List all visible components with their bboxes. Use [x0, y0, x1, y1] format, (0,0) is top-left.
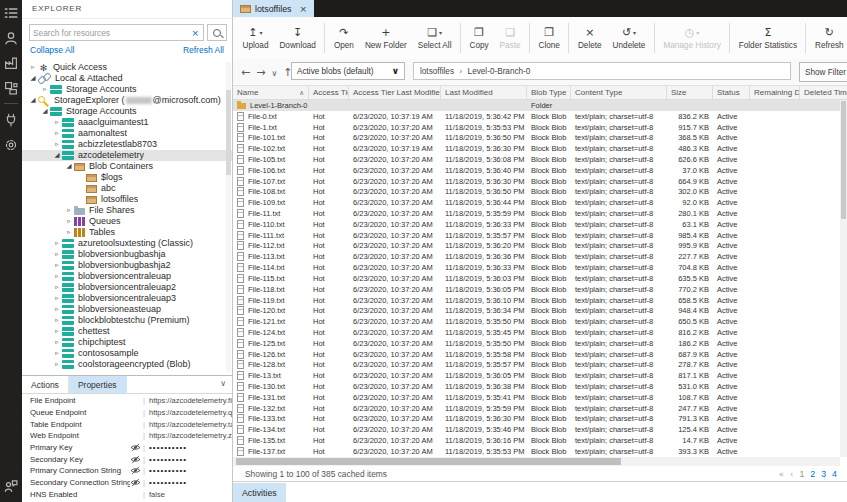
tree-item-azcodetelemetry[interactable]: ◢azcodetelemetry	[22, 150, 232, 161]
activities-tab[interactable]: Activities	[233, 483, 286, 502]
first-page-button[interactable]: «	[778, 469, 783, 479]
delete-button[interactable]: ×Delete	[572, 19, 607, 57]
expander-closed-icon[interactable]: ▹	[64, 227, 74, 238]
column-header-deleted-time[interactable]: Deleted Time	[800, 86, 847, 99]
tree-item-queues[interactable]: ▹Queues	[22, 216, 232, 227]
folder-statistics-button[interactable]: ΣFolder Statistics	[733, 19, 802, 57]
vertical-scrollbar-thumb[interactable]	[841, 101, 846, 219]
preview-features-icon[interactable]	[0, 75, 22, 100]
page-3-button[interactable]: 3	[821, 469, 826, 479]
expander-closed-icon[interactable]: ▹	[52, 326, 62, 337]
table-row-file-124-txt[interactable]: File-124.txtHot6/23/2020, 10:37:20 AM11/…	[233, 327, 840, 338]
expander-closed-icon[interactable]: ▹	[52, 117, 62, 128]
tree-item-local-attached[interactable]: ◢Local & Attached	[22, 73, 232, 84]
settings-icon[interactable]	[0, 132, 22, 157]
breadcrumb-lotsoffiles[interactable]: lotsoffiles	[420, 67, 454, 76]
clone-button[interactable]: ❒Clone	[533, 19, 565, 57]
expander-closed-icon[interactable]: ▹	[52, 238, 62, 249]
upload-button[interactable]: ↥▾Upload	[237, 19, 274, 57]
table-row-file-114-txt[interactable]: File-114.txtHot6/23/2020, 10:37:20 AM11/…	[233, 262, 840, 273]
copy-button[interactable]: ❐Copy	[464, 19, 494, 57]
expander-closed-icon[interactable]: ▹	[52, 359, 62, 370]
tree-item-chettest[interactable]: ▹chettest	[22, 326, 232, 337]
tree-item-blobversioneasteuap[interactable]: ▹blobversioneasteuap	[22, 304, 232, 315]
tree-item-aaaclguimantest1[interactable]: ▹aaaclguimantest1	[22, 117, 232, 128]
expander-closed-icon[interactable]: ▹	[52, 139, 62, 150]
table-row-file-128-txt[interactable]: File-128.txtHot6/23/2020, 10:37:20 AM11/…	[233, 360, 840, 371]
reveal-value-eye-icon[interactable]	[130, 466, 143, 475]
table-row-file-118-txt[interactable]: File-118.txtHot6/23/2020, 10:37:20 AM11/…	[233, 284, 840, 295]
column-header-size[interactable]: Size	[667, 86, 713, 99]
undelete-button[interactable]: ↺▾Undelete	[607, 19, 651, 57]
table-row-file-107-txt[interactable]: File-107.txtHot6/23/2020, 10:37:20 AM11/…	[233, 176, 840, 187]
expander-closed-icon[interactable]: ▹	[52, 128, 62, 139]
table-row-file-133-txt[interactable]: File-133.txtHot6/23/2020, 10:37:20 AM11/…	[233, 414, 840, 425]
column-header-access-tier[interactable]: Access Tier	[309, 86, 349, 99]
tree-item-azuretoolsuxtesting-classic[interactable]: ▹azuretoolsuxtesting (Classic)	[22, 238, 232, 249]
table-row-file-120-txt[interactable]: File-120.txtHot6/23/2020, 10:37:20 AM11/…	[233, 305, 840, 316]
table-row-file-126-txt[interactable]: File-126.txtHot6/23/2020, 10:37:20 AM11/…	[233, 349, 840, 360]
account-management-icon[interactable]	[0, 25, 22, 50]
expander-open-icon[interactable]: ◢	[52, 150, 62, 161]
horizontal-scrollbar[interactable]	[233, 457, 840, 466]
table-row-file-110-txt[interactable]: File-110.txtHot6/23/2020, 10:37:20 AM11/…	[233, 219, 840, 230]
table-row-file-105-txt[interactable]: File-105.txtHot6/23/2020, 10:37:20 AM11/…	[233, 154, 840, 165]
tree-item-lotsoffiles[interactable]: lotsoffiles	[22, 194, 232, 205]
tree-item-contososample[interactable]: ▹contososample	[22, 348, 232, 359]
connect-icon[interactable]	[0, 107, 22, 132]
table-row-file-119-txt[interactable]: File-119.txtHot6/23/2020, 10:37:20 AM11/…	[233, 295, 840, 306]
table-row-file-135-txt[interactable]: File-135.txtHot6/23/2020, 10:37:20 AM11/…	[233, 435, 840, 446]
expander-closed-icon[interactable]: ▹	[28, 62, 38, 73]
page-2-button[interactable]: 2	[810, 469, 815, 479]
vertical-scrollbar[interactable]	[840, 100, 847, 457]
history-button[interactable]: ∨	[271, 67, 277, 78]
show-filter-panel-button[interactable]: Show Filter Panel	[799, 62, 847, 82]
tree-item-storage-accounts[interactable]: ▹Storage Accounts	[22, 84, 232, 95]
expander-closed-icon[interactable]: ▹	[64, 205, 74, 216]
select-all-button[interactable]: ❏▾Select All	[412, 19, 457, 57]
close-tab-icon[interactable]: ×	[300, 4, 308, 14]
tree-item-tables[interactable]: ▹Tables	[22, 227, 232, 238]
expander-closed-icon[interactable]: ▹	[52, 315, 62, 326]
expander-open-icon[interactable]: ◢	[28, 95, 38, 106]
expander-closed-icon[interactable]: ▹	[52, 271, 62, 282]
tree-item-blockblobtestchu-premium[interactable]: ▹blockblobtestchu (Premium)	[22, 315, 232, 326]
column-header-remaining-days[interactable]: Remaining Days	[750, 86, 800, 99]
tree-item-blobversioncentraleuap2[interactable]: ▹blobversioncentraleuap2	[22, 282, 232, 293]
resources-icon[interactable]	[0, 50, 22, 75]
table-row-file-111-txt[interactable]: File-111.txtHot6/23/2020, 10:37:20 AM11/…	[233, 230, 840, 241]
tab-properties[interactable]: Properties	[69, 376, 127, 393]
explorer-icon[interactable]	[0, 0, 22, 25]
table-row-file-102-txt[interactable]: File-102.txtHot6/23/2020, 10:37:19 AM11/…	[233, 143, 840, 154]
refresh-all-link[interactable]: Refresh All	[183, 45, 224, 55]
table-row-file-132-txt[interactable]: File-132.txtHot6/23/2020, 10:37:20 AM11/…	[233, 403, 840, 414]
paste-button[interactable]: ❏Paste	[494, 19, 526, 57]
expander-closed-icon[interactable]: ▹	[52, 304, 62, 315]
expander-closed-icon[interactable]: ▹	[52, 249, 62, 260]
table-row-file-130-txt[interactable]: File-130.txtHot6/23/2020, 10:37:20 AM11/…	[233, 381, 840, 392]
expander-open-icon[interactable]: ◢	[64, 161, 74, 172]
table-row-file-112-txt[interactable]: File-112.txtHot6/23/2020, 10:37:20 AM11/…	[233, 241, 840, 252]
tree-item-acbizzletestlab8703[interactable]: ▹acbizzletestlab8703	[22, 139, 232, 150]
table-row-file-131-txt[interactable]: File-131.txtHot6/23/2020, 10:37:20 AM11/…	[233, 392, 840, 403]
table-row-folder-level-1-branch-0[interactable]: Level-1-Branch-0Folder	[233, 100, 840, 111]
tree-item-blob-containers[interactable]: ◢Blob Containers	[22, 161, 232, 172]
tree-item-coolstorageencrypted-blob[interactable]: ▹coolstorageencrypted (Blob)	[22, 359, 232, 370]
expander-closed-icon[interactable]: ▹	[52, 293, 62, 304]
tree-item-logs[interactable]: $logs	[22, 172, 232, 183]
clear-search-icon[interactable]: ×	[187, 28, 203, 38]
column-header-access-tier-last-modified[interactable]: Access Tier Last Modified	[349, 86, 441, 99]
expander-closed-icon[interactable]: ▹	[52, 282, 62, 293]
tree-item-storage-accounts[interactable]: ◢Storage Accounts	[22, 106, 232, 117]
reveal-value-eye-icon[interactable]	[130, 455, 143, 464]
search-button[interactable]	[207, 24, 227, 41]
search-input[interactable]	[30, 28, 187, 38]
column-header-status[interactable]: Status	[713, 86, 750, 99]
expander-open-icon[interactable]: ◢	[40, 106, 50, 117]
horizontal-scrollbar-thumb[interactable]	[236, 458, 621, 465]
breadcrumb-level-0-branch-0[interactable]: Level-0-Branch-0	[468, 67, 531, 76]
tab-actions[interactable]: Actions	[22, 376, 69, 393]
tree-item-blobversionbugbashja2[interactable]: ▹blobversionbugbashja2	[22, 260, 232, 271]
tree-item-file-shares[interactable]: ▹File Shares	[22, 205, 232, 216]
previous-page-button[interactable]: ‹	[790, 469, 794, 479]
